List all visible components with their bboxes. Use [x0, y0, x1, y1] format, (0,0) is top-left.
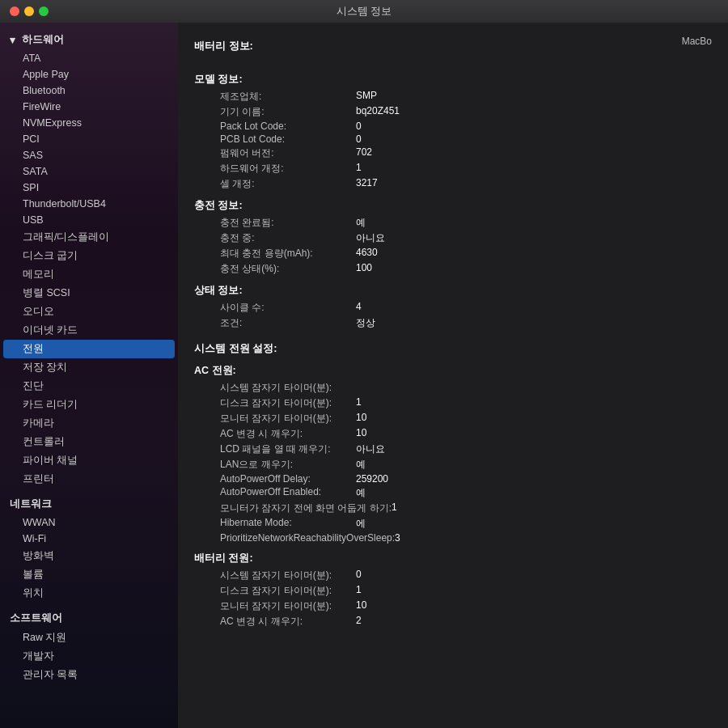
- pack-lot-row: Pack Lot Code: 0: [194, 121, 712, 132]
- sidebar-item-wwan[interactable]: WWAN: [0, 514, 178, 531]
- model-section-title: 모델 정보:: [194, 73, 712, 87]
- max-capacity-label: 최대 충전 용량(mAh):: [194, 247, 356, 260]
- monitor-dim-row: 모니터가 잠자기 전에 화면 어둡게 하기: 1: [194, 502, 712, 515]
- sidebar-item-nvmexpress[interactable]: NVMExpress: [0, 115, 178, 131]
- panel-header: 배터리 정보: MacBo: [194, 36, 712, 61]
- auto-power-off-enabled-value: 예: [356, 486, 712, 500]
- sidebar-item-printer[interactable]: 프린터: [0, 470, 178, 489]
- lan-wake-value: 예: [356, 458, 712, 472]
- charge-complete-row: 충전 완료됨: 예: [194, 216, 712, 230]
- sidebar-item-admin-list[interactable]: 관리자 목록: [0, 666, 178, 684]
- sidebar-item-spi[interactable]: SPI: [0, 180, 178, 196]
- sidebar-item-graphics[interactable]: 그래픽/디스플레이: [0, 228, 178, 247]
- sidebar-item-power[interactable]: 전원: [3, 340, 175, 358]
- sidebar-item-diagnostics[interactable]: 진단: [0, 377, 178, 396]
- bat-sys-sleep-row: 시스템 잠자기 타이머(분): 0: [194, 569, 712, 582]
- sys-sleep-row: 시스템 잠자기 타이머(분):: [194, 381, 712, 395]
- condition-label: 조건:: [194, 316, 356, 330]
- bat-ac-wake-label: AC 변경 시 깨우기:: [194, 615, 356, 629]
- lcd-wake-value: 아니요: [356, 442, 712, 456]
- hardware-revision-value: 1: [356, 162, 712, 176]
- auto-power-off-enabled-row: AutoPowerOff Enabled: 예: [194, 486, 712, 500]
- network-section-header: 네트워크: [0, 493, 178, 514]
- sidebar-item-volume[interactable]: 볼륨: [0, 565, 178, 584]
- sidebar-item-pci[interactable]: PCI: [0, 131, 178, 147]
- sidebar-item-storage[interactable]: 저장 장치: [0, 358, 178, 377]
- sidebar-item-card-reader[interactable]: 카드 리더기: [0, 396, 178, 414]
- sidebar-item-audio[interactable]: 오디오: [0, 303, 178, 321]
- charging-row: 충전 중: 아니요: [194, 231, 712, 245]
- sidebar-item-firewire[interactable]: FireWire: [0, 99, 178, 115]
- sidebar-item-sata[interactable]: SATA: [0, 163, 178, 180]
- monitor-sleep-value: 10: [356, 412, 712, 425]
- bat-sys-sleep-label: 시스템 잠자기 타이머(분):: [194, 569, 356, 582]
- sys-sleep-label: 시스템 잠자기 타이머(분):: [194, 381, 356, 395]
- lcd-wake-row: LCD 패널을 열 때 깨우기: 아니요: [194, 442, 712, 456]
- sidebar-item-memory[interactable]: 메모리: [0, 265, 178, 284]
- ac-wake-value: 10: [356, 427, 712, 441]
- minimize-button[interactable]: [24, 6, 34, 16]
- manufacturer-label: 제조업체:: [194, 90, 356, 104]
- sidebar-item-raw-support[interactable]: Raw 지원: [0, 629, 178, 647]
- titlebar: 시스템 정보: [0, 0, 728, 23]
- firmware-label: 펌웨어 버전:: [194, 146, 356, 160]
- sidebar-item-sas[interactable]: SAS: [0, 147, 178, 163]
- sidebar-item-disc-burning[interactable]: 디스크 굽기: [0, 247, 178, 265]
- auto-power-off-delay-row: AutoPowerOff Delay: 259200: [194, 473, 712, 485]
- ac-wake-row: AC 변경 시 깨우기: 10: [194, 427, 712, 441]
- lan-wake-row: LAN으로 깨우기: 예: [194, 458, 712, 472]
- monitor-dim-value: 1: [392, 502, 712, 515]
- condition-value: 정상: [356, 316, 712, 330]
- device-name-label: 기기 이름:: [194, 105, 356, 119]
- sidebar-item-fiber-channel[interactable]: 파이버 채널: [0, 451, 178, 470]
- auto-power-off-delay-value: 259200: [356, 473, 712, 485]
- sidebar-item-location[interactable]: 위치: [0, 584, 178, 603]
- disk-sleep-row: 디스크 잠자기 타이머(분): 1: [194, 396, 712, 410]
- power-settings-title: 시스템 전원 설정:: [194, 341, 712, 356]
- detail-panel: 배터리 정보: MacBo 모델 정보: 제조업체: SMP 기기 이름: bq…: [178, 23, 728, 728]
- max-capacity-row: 최대 충전 용량(mAh): 4630: [194, 247, 712, 260]
- bat-disk-sleep-label: 디스크 잠자기 타이머(분):: [194, 584, 356, 598]
- charge-section-title: 충전 정보:: [194, 199, 712, 213]
- hardware-section-header: ▾ 하드웨어: [0, 29, 178, 50]
- sidebar-item-thunderbolt[interactable]: Thunderbolt/USB4: [0, 196, 178, 212]
- bat-disk-sleep-value: 1: [356, 584, 712, 598]
- sidebar-item-usb[interactable]: USB: [0, 212, 178, 228]
- device-name-value: bq20Z451: [356, 105, 712, 119]
- charging-value: 아니요: [356, 231, 712, 245]
- lan-wake-label: LAN으로 깨우기:: [194, 458, 356, 472]
- disk-sleep-value: 1: [356, 396, 712, 410]
- bat-monitor-sleep-row: 모니터 잠자기 타이머(분): 10: [194, 599, 712, 613]
- sidebar-item-developer[interactable]: 개발자: [0, 647, 178, 666]
- sidebar-item-camera[interactable]: 카메라: [0, 414, 178, 433]
- cycle-count-label: 사이클 수:: [194, 301, 356, 315]
- prioritize-value: 3: [395, 532, 712, 544]
- monitor-sleep-label: 모니터 잠자기 타이머(분):: [194, 412, 356, 425]
- cycle-count-row: 사이클 수: 4: [194, 301, 712, 315]
- charge-state-row: 충전 상태(%): 100: [194, 262, 712, 276]
- sidebar-item-ethernet[interactable]: 이더넷 카드: [0, 321, 178, 340]
- sidebar-item-bluetooth[interactable]: Bluetooth: [0, 83, 178, 99]
- hardware-revision-label: 하드웨어 개정:: [194, 162, 356, 176]
- sidebar: ▾ 하드웨어 ATA Apple Pay Bluetooth FireWire …: [0, 23, 178, 728]
- device-name-row: 기기 이름: bq20Z451: [194, 105, 712, 119]
- monitor-dim-label: 모니터가 잠자기 전에 화면 어둡게 하기:: [194, 502, 392, 515]
- chevron-icon: ▾: [10, 34, 15, 46]
- pcb-lot-row: PCB Lot Code: 0: [194, 133, 712, 145]
- sidebar-item-firewall[interactable]: 방화벽: [0, 547, 178, 565]
- battery-info-title: 배터리 정보:: [194, 39, 253, 53]
- close-button[interactable]: [10, 6, 19, 16]
- sidebar-item-parallel-scsi[interactable]: 병렬 SCSI: [0, 284, 178, 303]
- manufacturer-row: 제조업체: SMP: [194, 90, 712, 104]
- status-section-title: 상태 정보:: [194, 284, 712, 298]
- sidebar-item-wifi[interactable]: Wi-Fi: [0, 531, 178, 547]
- auto-power-off-delay-label: AutoPowerOff Delay:: [194, 473, 356, 485]
- sidebar-item-controller[interactable]: 컨트롤러: [0, 433, 178, 451]
- sidebar-item-apple-pay[interactable]: Apple Pay: [0, 66, 178, 83]
- sidebar-item-ata[interactable]: ATA: [0, 50, 178, 66]
- maximize-button[interactable]: [39, 6, 49, 16]
- sys-sleep-value: [356, 381, 712, 395]
- monitor-sleep-row: 모니터 잠자기 타이머(분): 10: [194, 412, 712, 425]
- software-section-header: 소프트웨어: [0, 607, 178, 629]
- bat-sys-sleep-value: 0: [356, 569, 712, 582]
